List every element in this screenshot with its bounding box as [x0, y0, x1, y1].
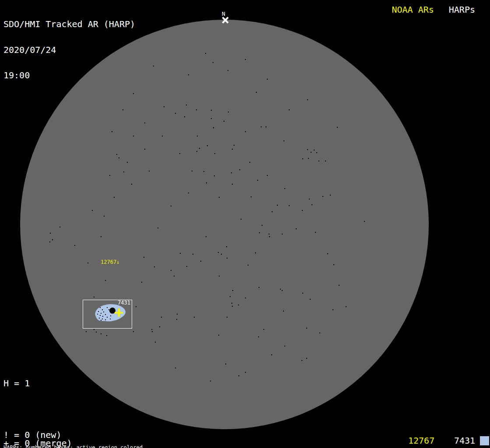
speckle-dot	[194, 317, 195, 318]
speckle-dot	[153, 66, 154, 66]
speckle-dot	[175, 368, 176, 368]
speckle-dot	[74, 245, 75, 246]
speckle-dot	[245, 372, 246, 373]
speckle-dot	[177, 314, 178, 315]
speckle-dot	[269, 236, 270, 237]
speckle-dot	[337, 127, 338, 128]
speckle-dot	[258, 336, 259, 337]
speckle-dot	[123, 172, 124, 172]
speckle-dot	[245, 131, 246, 132]
speckle-dot	[232, 149, 233, 150]
speckle-dot	[289, 205, 290, 206]
speckle-dot	[332, 309, 333, 310]
legend-harp-count: H = 1	[4, 379, 104, 388]
solar-harp-plot: 7431 N 12767↓ SDO/HMI Tracked AR (HARP) …	[0, 0, 490, 448]
speckle-dot	[92, 210, 93, 211]
speckle-dot	[171, 206, 172, 206]
speckle-dot	[161, 317, 162, 318]
harps-label: HARPs	[449, 4, 475, 15]
speckle-dot	[261, 126, 262, 127]
speckle-dot	[206, 182, 207, 183]
plot-time: 19:00	[4, 71, 135, 80]
speckle-dot	[219, 276, 220, 276]
noaa-ar-number-label: 12767↓	[101, 259, 119, 265]
speckle-dot	[266, 126, 266, 127]
speckle-dot	[164, 106, 164, 107]
speckle-dot	[232, 290, 233, 291]
speckle-dot	[186, 266, 187, 267]
speckle-dot	[206, 236, 206, 237]
speckle-dot	[144, 149, 145, 150]
speckle-dot	[86, 331, 87, 332]
speckle-dot	[302, 210, 303, 211]
speckle-dot	[149, 171, 150, 172]
speckle-dot	[109, 175, 110, 176]
speckle-dot	[116, 154, 117, 155]
speckle-dot	[175, 113, 176, 114]
speckle-dot	[133, 331, 134, 332]
speckle-dot	[227, 258, 228, 259]
speckle-dot	[159, 326, 160, 327]
speckle-dot	[310, 299, 311, 300]
speckle-dot	[259, 232, 260, 233]
speckle-dot	[284, 140, 284, 141]
speckle-dot	[106, 335, 107, 336]
speckle-dot	[346, 306, 346, 307]
speckle-dot	[271, 354, 272, 355]
speckle-dot	[94, 297, 94, 298]
speckle-dot	[171, 270, 172, 271]
speckle-dot	[176, 319, 177, 320]
speckle-dot	[133, 136, 134, 136]
harp-color-swatch	[480, 436, 489, 445]
noaa-ar-cross-icon	[115, 308, 123, 317]
header-block: SDO/HMI Tracked AR (HARP) 2020/07/24 19:…	[4, 3, 135, 97]
speckle-dot	[238, 304, 239, 305]
speckle-dot	[339, 285, 340, 286]
speckle-dot	[199, 148, 200, 149]
speckle-dot	[257, 180, 258, 181]
speckle-dot	[211, 110, 212, 111]
speckle-dot	[214, 153, 215, 154]
speckle-dot	[241, 219, 242, 220]
speckle-dot	[218, 252, 219, 253]
speckle-dot	[289, 109, 290, 110]
speckle-dot	[52, 239, 53, 240]
speckle-dot	[60, 227, 60, 228]
speckle-dot	[174, 276, 175, 276]
speckle-dot	[188, 74, 189, 75]
speckle-dot	[214, 175, 215, 176]
speckle-dot	[245, 59, 246, 60]
speckle-dot	[315, 232, 316, 233]
speckle-dot	[203, 171, 204, 172]
speckle-dot	[213, 62, 214, 63]
speckle-dot	[302, 158, 303, 159]
speckle-dot	[141, 282, 142, 283]
speckle-dot	[296, 228, 297, 229]
speckle-dot	[88, 262, 88, 263]
speckle-dot	[248, 265, 248, 266]
speckle-dot	[364, 221, 365, 222]
speckle-dot	[152, 331, 153, 332]
speckle-dot	[259, 287, 259, 288]
speckle-dot	[262, 225, 262, 226]
speckle-dot	[188, 192, 189, 193]
speckle-dot	[219, 197, 220, 198]
speckle-dot	[325, 161, 326, 161]
cross-vertical-bar	[118, 308, 120, 317]
speckle-dot	[318, 161, 319, 161]
speckle-dot	[333, 264, 334, 265]
speckle-dot	[307, 149, 308, 150]
speckle-dot	[269, 234, 270, 234]
speckle-dot	[119, 158, 119, 158]
speckle-dot	[231, 172, 232, 173]
speckle-dot	[272, 211, 273, 212]
speckle-dot	[306, 358, 307, 359]
speckle-dot	[210, 381, 211, 382]
caption-harps: HARPs: numbered boxes; active region col…	[4, 445, 187, 448]
speckle-dot	[114, 197, 115, 198]
harp-box-7431: 7431	[83, 300, 132, 329]
speckle-dot	[211, 118, 212, 119]
speckle-dot	[196, 109, 197, 110]
harp-box-number-label: 7431	[118, 300, 130, 306]
speckle-dot	[308, 158, 309, 159]
